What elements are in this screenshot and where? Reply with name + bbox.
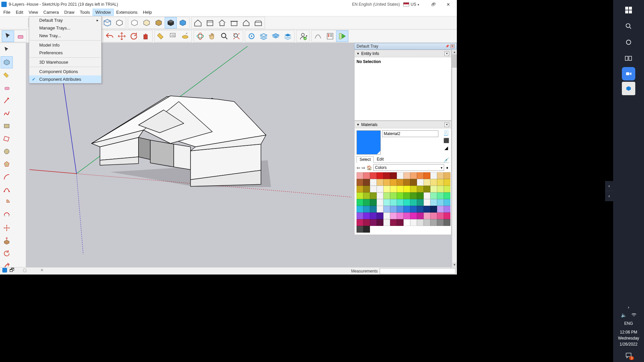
arrow-right-icon[interactable]: › xyxy=(627,304,630,310)
color-swatch[interactable] xyxy=(390,192,397,199)
style-hidden-line-button[interactable] xyxy=(113,17,125,28)
color-swatch[interactable] xyxy=(437,186,444,192)
color-swatch[interactable] xyxy=(424,199,430,206)
color-swatch[interactable] xyxy=(370,213,377,219)
color-swatch[interactable] xyxy=(377,219,383,226)
color-swatch[interactable] xyxy=(404,219,410,226)
language-indicator[interactable]: ENG xyxy=(624,320,633,327)
color-swatch[interactable] xyxy=(370,199,377,206)
color-swatch[interactable] xyxy=(357,199,363,206)
color-swatch[interactable] xyxy=(444,192,450,199)
color-swatch[interactable] xyxy=(430,186,437,192)
zoom-app-icon[interactable] xyxy=(622,67,635,80)
color-swatch[interactable] xyxy=(404,179,410,186)
pie-icon[interactable] xyxy=(1,196,13,208)
scroll-up-icon[interactable]: ▲ xyxy=(452,50,457,54)
color-swatch[interactable] xyxy=(363,219,370,226)
color-swatch[interactable] xyxy=(424,219,430,226)
entity-info-header[interactable]: ▼ Entity Info ✕ xyxy=(355,50,451,57)
menu-draw[interactable]: Draw xyxy=(62,9,77,16)
color-swatch[interactable] xyxy=(363,206,370,213)
menu-new-tray[interactable]: New Tray... xyxy=(29,32,101,40)
arrow-left-icon[interactable]: ‹ xyxy=(605,181,613,191)
color-swatch[interactable] xyxy=(357,213,363,219)
offset-tool-button[interactable] xyxy=(140,31,152,42)
color-swatch[interactable] xyxy=(410,219,417,226)
color-swatch[interactable] xyxy=(444,213,450,219)
color-swatch[interactable] xyxy=(410,199,417,206)
color-swatch[interactable] xyxy=(410,192,417,199)
color-swatch[interactable] xyxy=(397,179,404,186)
color-swatch[interactable] xyxy=(437,179,444,186)
color-swatch[interactable] xyxy=(430,199,437,206)
rotated-rect-icon[interactable] xyxy=(1,133,13,145)
color-swatch[interactable] xyxy=(397,172,404,179)
child-maximize-button[interactable]: ▢ xyxy=(16,266,33,274)
text-tool-button[interactable]: A1 xyxy=(167,31,179,42)
material-menu-icon[interactable]: 🧾 xyxy=(443,130,449,136)
color-swatch[interactable] xyxy=(417,199,424,206)
color-swatch[interactable] xyxy=(357,192,363,199)
color-swatch[interactable] xyxy=(424,192,430,199)
color-swatch[interactable] xyxy=(424,213,430,219)
component-icon[interactable] xyxy=(1,56,13,68)
color-swatch[interactable] xyxy=(390,213,397,219)
color-swatch[interactable] xyxy=(444,172,450,179)
tray-close-button[interactable]: ✕ xyxy=(450,44,454,48)
color-swatch[interactable] xyxy=(397,219,404,226)
language-dropdown-arrow[interactable]: ▾ xyxy=(418,3,419,6)
curve-icon[interactable] xyxy=(312,31,324,42)
person-icon[interactable]: ▾ xyxy=(297,31,309,42)
house-3-icon[interactable] xyxy=(216,17,228,28)
color-swatch[interactable] xyxy=(383,206,390,213)
materials-select-tab[interactable]: Select xyxy=(357,156,374,163)
color-swatch[interactable] xyxy=(370,186,377,192)
language-short[interactable]: US xyxy=(411,2,416,7)
color-swatch[interactable] xyxy=(357,186,363,192)
cortana-button[interactable] xyxy=(621,35,636,50)
materials-close-button[interactable]: ✕ xyxy=(444,122,449,127)
measurements-input[interactable] xyxy=(380,268,455,274)
color-swatch[interactable] xyxy=(417,172,424,179)
color-swatch[interactable] xyxy=(417,179,424,186)
color-swatch[interactable] xyxy=(363,179,370,186)
home-icon[interactable]: 🏠 xyxy=(367,165,372,170)
color-swatch[interactable] xyxy=(377,192,383,199)
color-swatch[interactable] xyxy=(397,192,404,199)
color-swatch[interactable] xyxy=(377,172,383,179)
details-icon[interactable]: ➧ xyxy=(445,165,449,170)
select-tool-button[interactable] xyxy=(2,31,14,42)
color-swatch[interactable] xyxy=(383,219,390,226)
menu-3d-warehouse[interactable]: 3D Warehouse xyxy=(29,58,101,66)
zoom-tool-button[interactable] xyxy=(218,31,230,42)
menu-tools[interactable]: Tools xyxy=(77,9,93,16)
color-swatch[interactable] xyxy=(444,179,450,186)
color-swatch[interactable] xyxy=(390,199,397,206)
color-swatch[interactable] xyxy=(390,172,397,179)
color-swatch[interactable] xyxy=(397,213,404,219)
color-swatch[interactable] xyxy=(383,186,390,192)
undo-button[interactable] xyxy=(104,31,116,42)
color-swatch[interactable] xyxy=(357,179,363,186)
color-swatch[interactable] xyxy=(363,186,370,192)
material-name-input[interactable] xyxy=(382,130,438,137)
house-4-icon[interactable] xyxy=(228,17,240,28)
window-close-button[interactable]: ✕ xyxy=(441,0,455,8)
menu-default-tray[interactable]: Default Tray xyxy=(29,16,101,24)
color-swatch[interactable] xyxy=(370,206,377,213)
color-swatch[interactable] xyxy=(444,199,450,206)
menu-extensions[interactable]: Extensions xyxy=(114,9,141,16)
color-swatch[interactable] xyxy=(357,172,363,179)
move-tool-button[interactable] xyxy=(116,31,128,42)
menu-edit[interactable]: Edit xyxy=(13,9,26,16)
color-swatch[interactable] xyxy=(430,213,437,219)
color-swatch[interactable] xyxy=(430,192,437,199)
color-swatch[interactable] xyxy=(417,219,424,226)
color-swatch[interactable] xyxy=(437,172,444,179)
color-swatch[interactable] xyxy=(377,186,383,192)
rectangle-icon[interactable] xyxy=(1,120,13,132)
scroll-thumb[interactable] xyxy=(452,54,457,68)
eraser-icon[interactable] xyxy=(1,82,13,94)
color-swatch[interactable] xyxy=(357,226,363,233)
line-icon[interactable] xyxy=(1,95,13,107)
